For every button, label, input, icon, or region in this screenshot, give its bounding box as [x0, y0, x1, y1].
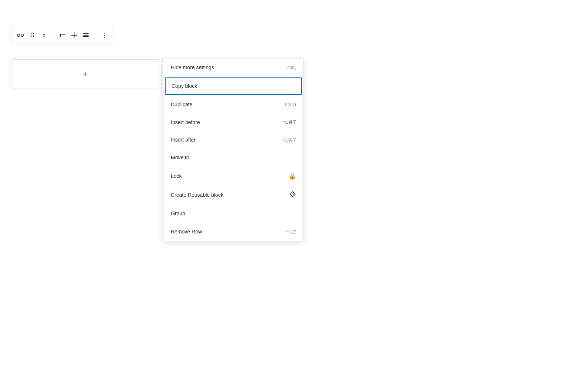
svg-rect-1 [21, 34, 23, 36]
toolbar-group-alignment [53, 26, 95, 44]
svg-point-5 [33, 33, 34, 34]
menu-section-3: Lock 🔒 Create Reusable block Group [163, 167, 303, 223]
add-block-area[interactable]: + [11, 59, 159, 89]
toolbar-group-more [95, 26, 113, 44]
align-justify-icon[interactable] [80, 29, 92, 41]
toolbar-group-block-type [11, 26, 53, 44]
svg-point-3 [31, 35, 31, 36]
move-updown-button[interactable] [38, 29, 50, 41]
add-block-icon[interactable] [68, 29, 80, 41]
svg-point-4 [31, 36, 31, 37]
svg-point-7 [33, 36, 34, 37]
move-to-label: Move to [171, 154, 189, 162]
three-dots-icon [101, 32, 107, 38]
group-item[interactable]: Group [163, 205, 303, 223]
create-reusable-block-label: Create Reusable block [171, 192, 223, 199]
hide-more-settings-item[interactable]: Hide more settings ⇧⌘, [163, 59, 303, 77]
lock-item[interactable]: Lock 🔒 [163, 167, 303, 186]
remove-row-item[interactable]: Remove Row ^⌥Z [163, 223, 303, 241]
lock-icon: 🔒 [289, 172, 296, 180]
hide-more-settings-shortcut: ⇧⌘, [286, 64, 296, 71]
context-menu: Hide more settings ⇧⌘, Copy block Duplic… [163, 59, 304, 241]
group-label: Group [171, 210, 185, 217]
insert-after-shortcut: ⌥⌘Y [282, 137, 296, 143]
insert-after-item[interactable]: Insert after ⌥⌘Y [163, 131, 303, 149]
menu-section-1: Hide more settings ⇧⌘, Copy block [163, 59, 303, 96]
insert-after-label: Insert after [171, 136, 196, 144]
reusable-block-icon [289, 191, 296, 200]
insert-before-shortcut: ⌥⌘T [283, 119, 296, 126]
svg-point-2 [31, 33, 31, 34]
hide-more-settings-label: Hide more settings [171, 64, 214, 72]
svg-rect-8 [60, 34, 61, 37]
duplicate-shortcut: ⇧⌘D [284, 102, 296, 108]
add-block-plus-icon: + [83, 69, 88, 79]
remove-row-label: Remove Row [171, 228, 202, 236]
menu-section-4: Remove Row ^⌥Z [163, 223, 303, 241]
svg-rect-0 [17, 34, 20, 36]
align-left-icon[interactable] [56, 29, 68, 41]
move-to-item[interactable]: Move to [163, 149, 303, 167]
insert-before-label: Insert before [171, 119, 200, 126]
remove-row-shortcut: ^⌥Z [285, 229, 296, 235]
lock-label: Lock [171, 173, 182, 180]
copy-block-label: Copy block [172, 83, 197, 90]
svg-point-6 [33, 35, 34, 36]
create-reusable-block-item[interactable]: Create Reusable block [163, 186, 303, 205]
svg-rect-11 [83, 35, 89, 36]
insert-before-item[interactable]: Insert before ⌥⌘T [163, 114, 303, 132]
more-options-button[interactable] [98, 29, 110, 41]
duplicate-item[interactable]: Duplicate ⇧⌘D [163, 96, 303, 114]
svg-rect-9 [62, 34, 65, 35]
drag-handle-icon[interactable] [26, 29, 38, 41]
copy-block-item[interactable]: Copy block [165, 77, 302, 95]
columns-icon[interactable] [14, 29, 26, 41]
menu-section-2: Duplicate ⇧⌘D Insert before ⌥⌘T Insert a… [163, 96, 303, 167]
duplicate-label: Duplicate [171, 101, 192, 109]
svg-rect-10 [83, 33, 89, 34]
block-toolbar [11, 26, 113, 44]
svg-rect-12 [83, 36, 89, 37]
